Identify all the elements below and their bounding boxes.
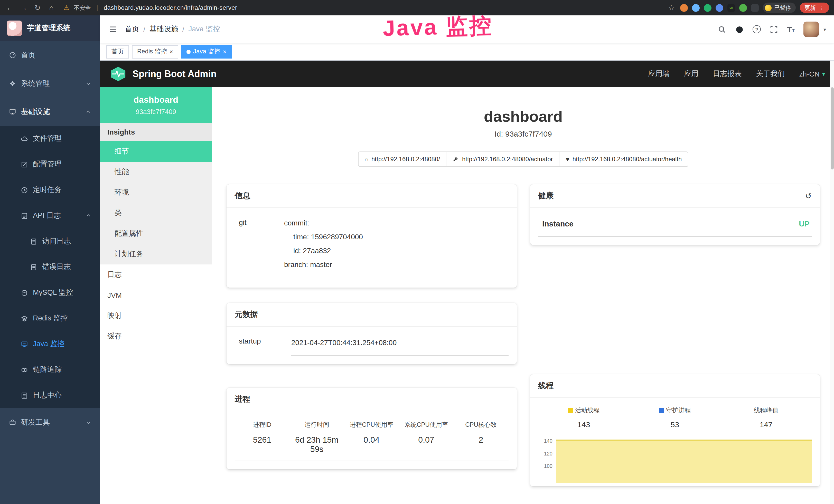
document-icon [21,392,28,399]
tab-redis-monitor[interactable]: Redis 监控 × [132,45,178,58]
sidebar-item-access-logs[interactable]: 访问日志 [0,229,100,254]
extension-icon-2[interactable] [692,4,700,12]
sba-item-mappings[interactable]: 映射 [100,305,212,326]
close-icon[interactable]: × [223,48,226,55]
forward-icon[interactable]: → [19,4,28,12]
page-scrollbar[interactable] [830,16,834,504]
process-values-row: 5261 6d 23h 15m 59s 0.04 0.07 2 [235,435,508,461]
history-icon[interactable]: ↺ [805,191,812,201]
github-icon[interactable] [736,25,744,33]
sidebar-item-system-management[interactable]: 系统管理 [0,69,100,97]
sba-nav-journal[interactable]: 日志报表 [713,69,742,78]
back-icon[interactable]: ← [5,4,14,12]
security-label[interactable]: 不安全 [74,4,91,12]
extension-puzzle-icon[interactable] [751,4,759,12]
threads-chart: 140 120 100 [538,437,812,478]
info-key: git [235,215,284,279]
java-monitor-icon [21,340,28,348]
search-icon[interactable] [718,25,727,33]
sidebar-item-log-center[interactable]: 日志中心 [0,383,100,408]
service-url-button[interactable]: ⌂ http://192.168.0.2:48080/ [358,152,447,167]
sba-item-caches[interactable]: 缓存 [100,326,212,347]
sidebar-item-link-tracing[interactable]: 链路追踪 [0,357,100,383]
sba-brand[interactable]: Spring Boot Admin [133,69,217,79]
update-button[interactable]: 更新 ⋮ [800,3,829,13]
process-col-value: 5261 [235,435,289,454]
hamburger-icon[interactable] [108,25,118,33]
actuator-url-button[interactable]: http://192.168.0.2:48080/actuator [446,152,560,167]
health-url-button[interactable]: ♥ http://192.168.0.2:48080/actuator/heal… [559,152,688,167]
sidebar-item-infrastructure[interactable]: 基础设施 [0,97,100,126]
user-avatar[interactable] [804,22,819,37]
sidebar-item-config-management[interactable]: 配置管理 [0,152,100,177]
scrollbar-thumb[interactable] [831,87,834,169]
sba-item-classes[interactable]: 类 [100,203,212,223]
process-col-label: 进程ID [235,420,289,429]
extension-icon-4[interactable] [716,4,723,12]
sidebar-item-scheduled-tasks[interactable]: 定时任务 [0,177,100,203]
gear-icon [9,79,17,87]
reload-icon[interactable]: ↻ [33,4,42,12]
tab-label: Java 监控 [193,47,220,56]
health-instance-row[interactable]: Instance UP [538,215,812,237]
browser-home-icon[interactable]: ⌂ [47,4,56,12]
metadata-row-startup: startup 2021-04-27T00:44:31.254+08:00 [235,334,508,356]
close-icon[interactable]: × [170,48,173,55]
toolbox-icon [9,418,17,426]
breadcrumb-home[interactable]: 首页 [125,25,139,34]
monitor-icon [9,108,17,116]
app-logo[interactable]: 芋道管理系统 [0,16,100,41]
locale-selector[interactable]: zh-CN ▾ [799,70,825,78]
sba-item-metrics[interactable]: 性能 [100,162,212,182]
extension-icon-1[interactable] [680,4,688,12]
sidebar-item-mysql-monitor[interactable]: MySQL 监控 [0,280,100,305]
y-tick: 120 [544,451,552,456]
extension-icon-6[interactable] [739,4,747,12]
sidebar-item-home[interactable]: 首页 [0,41,100,69]
sba-instance-header[interactable]: dashboard 93a3fc7f7409 [100,87,212,123]
info-line-id: id: 27aa832 [284,244,508,258]
extension-icon-on[interactable]: on [727,4,735,12]
font-size-icon[interactable]: TT [787,25,795,33]
paused-badge[interactable]: 已暂停 [763,3,796,13]
sba-nav-links: 应用墙 应用 日志报表 关于我们 zh-CN ▾ [648,69,825,78]
sidebar-item-api-logs[interactable]: API 日志 [0,203,100,229]
extension-icon-3[interactable] [704,4,711,12]
sba-item-scheduled-tasks[interactable]: 计划任务 [100,244,212,265]
health-card-title: 健康 [538,191,553,201]
help-icon[interactable]: ? [753,25,761,33]
sidebar-item-error-logs[interactable]: 错误日志 [0,254,100,280]
legend-daemon-threads: 守护进程 53 [629,406,721,429]
tab-home[interactable]: 首页 [106,45,129,58]
sba-nav-applications[interactable]: 应用 [684,69,699,78]
process-col-value: 6d 23h 15m 59s [289,435,344,454]
dashboard-icon [9,51,17,59]
threads-legend: 活动线程 143 守护进程 53 线程峰值 [538,405,812,429]
legend-value: 143 [538,420,629,429]
sba-nav-about[interactable]: 关于我们 [756,69,785,78]
spring-boot-admin-logo[interactable] [109,66,127,82]
sidebar-item-redis-monitor[interactable]: Redis 监控 [0,305,100,331]
health-url-label: http://192.168.0.2:48080/actuator/health [572,156,682,163]
sidebar-item-java-monitor[interactable]: Java 监控 [0,331,100,357]
address-url[interactable]: dashboard.yudao.iocoder.cn/infra/admin-s… [104,4,237,11]
caret-down-icon[interactable]: ▾ [824,26,826,32]
sidebar-item-file-management[interactable]: 文件管理 [0,126,100,152]
tab-java-monitor[interactable]: Java 监控 × [181,45,232,58]
main-area: 首页 / 基础设施 / Java 监控 Java 监控 ? TT ▾ [100,16,834,504]
sba-item-environment[interactable]: 环境 [100,182,212,203]
legend-label: 活动线程 [575,406,600,415]
fullscreen-icon[interactable] [770,25,778,33]
sidebar-item-dev-tools[interactable]: 研发工具 [0,408,100,436]
sidebar-item-label: 首页 [21,51,36,60]
breadcrumb-section[interactable]: 基础设施 [150,25,178,34]
sba-item-loggers[interactable]: 日志 [100,265,212,285]
sba-item-config-properties[interactable]: 配置属性 [100,223,212,244]
active-dot [186,49,191,54]
bookmark-star-icon[interactable]: ☆ [667,4,676,12]
sba-item-jvm[interactable]: JVM [100,285,212,305]
sba-nav-wallboard[interactable]: 应用墙 [648,69,670,78]
sba-section-insights[interactable]: Insights [100,123,212,141]
sba-item-details[interactable]: 细节 [100,141,212,162]
app-title: 芋道管理系统 [27,24,70,33]
